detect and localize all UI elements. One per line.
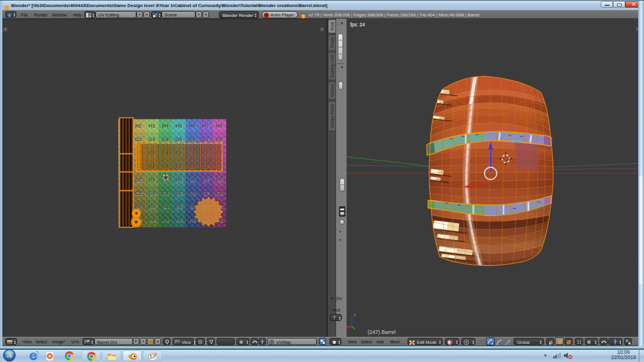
- svg-text:G3: G3: [149, 136, 156, 142]
- svg-text:D7: D7: [203, 177, 209, 183]
- svg-text:B4: B4: [162, 204, 169, 210]
- svg-text:(247) Barrel: (247) Barrel: [368, 329, 396, 335]
- svg-text:D8: D8: [216, 177, 222, 183]
- svg-text:G2: G2: [135, 136, 142, 142]
- svg-text:C2: C2: [135, 190, 142, 196]
- svg-text:A4: A4: [162, 217, 169, 223]
- svg-text:D5: D5: [176, 177, 182, 183]
- svg-text:H4: H4: [162, 123, 169, 129]
- svg-text:z: z: [354, 313, 356, 317]
- svg-text:H5: H5: [176, 123, 182, 129]
- svg-text:G6: G6: [189, 136, 196, 142]
- svg-text:H7: H7: [203, 123, 209, 129]
- svg-text:C3: C3: [149, 190, 155, 196]
- svg-text:B3: B3: [149, 204, 155, 210]
- svg-text:C5: C5: [176, 190, 182, 196]
- svg-text:C4: C4: [162, 190, 169, 196]
- svg-text:C6: C6: [189, 190, 196, 196]
- svg-text:D6: D6: [189, 177, 196, 183]
- svg-text:A6: A6: [189, 217, 196, 223]
- svg-text:C7: C7: [203, 190, 209, 196]
- svg-text:A3: A3: [149, 217, 155, 223]
- svg-text:H3: H3: [149, 123, 155, 129]
- svg-text:fps: 24: fps: 24: [350, 22, 365, 28]
- svg-text:B2: B2: [135, 204, 142, 210]
- svg-text:H2: H2: [135, 123, 142, 129]
- svg-text:B5: B5: [176, 204, 182, 210]
- svg-text:G7: G7: [203, 136, 210, 142]
- svg-text:H6: H6: [189, 123, 196, 129]
- svg-text:B6: B6: [189, 204, 196, 210]
- svg-text:D2: D2: [135, 177, 142, 183]
- svg-text:D3: D3: [149, 177, 155, 183]
- svg-text:G5: G5: [176, 136, 183, 142]
- svg-text:A5: A5: [176, 217, 182, 223]
- svg-text:G8: G8: [216, 136, 223, 142]
- svg-text:C8: C8: [216, 190, 222, 196]
- svg-text:G4: G4: [162, 136, 169, 142]
- svg-text:H8: H8: [216, 123, 222, 129]
